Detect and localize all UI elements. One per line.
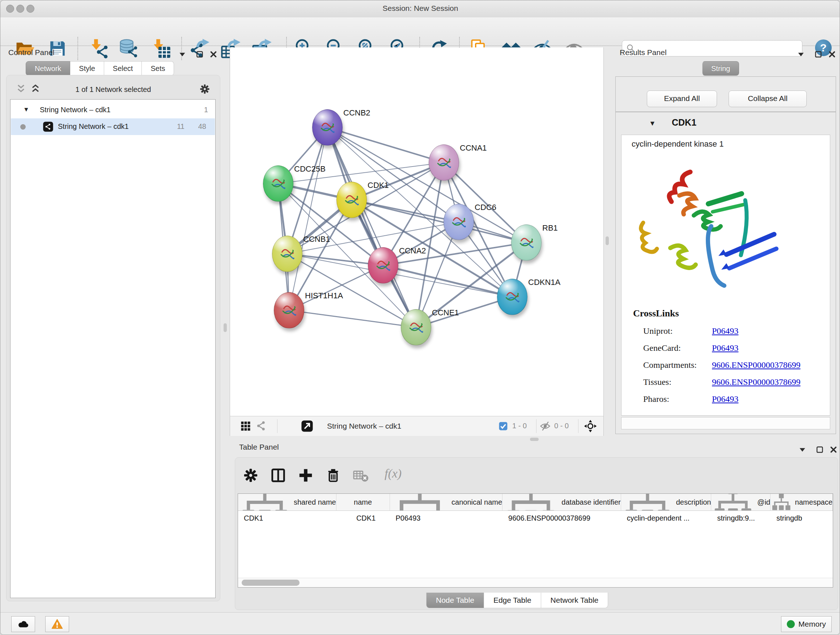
import-database-button[interactable] (118, 38, 139, 59)
expand-all-button[interactable]: Expand All (647, 90, 717, 107)
node-CDC6[interactable] (444, 204, 474, 240)
expand-all-networks-icon[interactable] (30, 83, 41, 95)
table-panel-collapse-icon[interactable] (798, 445, 807, 454)
right-splitter-handle[interactable] (606, 236, 609, 245)
delete-column-icon[interactable] (325, 467, 341, 484)
node-CCNA2[interactable] (368, 247, 398, 283)
cell-canonical-name[interactable]: P06493 (390, 511, 503, 527)
cell-namespace[interactable]: stringdb (771, 511, 833, 527)
import-network-button[interactable] (88, 38, 109, 59)
node-CDC25B[interactable] (263, 165, 294, 202)
results-panel-title: Results Panel (620, 48, 667, 57)
cell-name[interactable]: CDK1 (336, 511, 390, 527)
column-label: canonical name (452, 498, 502, 507)
network-tree: ▼ String Network – cdk1 1 String Network… (10, 99, 216, 598)
collection-label: String Network – cdk1 (40, 106, 111, 114)
show-columns-icon[interactable] (270, 467, 286, 484)
node-CCNB1[interactable] (272, 236, 302, 272)
crosslink-link[interactable]: P06493 (712, 394, 738, 404)
cell-description[interactable]: cyclin-dependent ... (621, 511, 712, 527)
gene-section: ▼ CDK1 cyclin-dependent kinase 1 CrossLi… (615, 112, 836, 434)
gene-section-expander-icon[interactable]: ▼ (649, 119, 656, 127)
column-label: name (354, 498, 372, 507)
node-CCNA1[interactable] (429, 144, 459, 181)
birdseye-view-icon[interactable] (584, 420, 597, 432)
table-row[interactable]: CDK1CDK1P064939606.ENSP00000378699cyclin… (238, 511, 833, 527)
control-panel-close-icon[interactable] (209, 50, 218, 59)
tab-style[interactable]: Style (70, 61, 104, 76)
scrollbar-thumb[interactable] (242, 580, 300, 586)
node-CCNB2[interactable] (312, 109, 343, 146)
results-panel-collapse-icon[interactable] (796, 50, 806, 59)
network-status-dot (20, 124, 26, 130)
column-header-description[interactable]: description (621, 494, 712, 510)
crosslink-link[interactable]: 9606.ENSP00000378699 (712, 377, 801, 386)
node-CDK1[interactable] (336, 182, 367, 218)
crosslink-link[interactable]: P06493 (712, 343, 738, 353)
node-CDKN1A[interactable] (497, 279, 527, 315)
column-header-database-identifier[interactable]: database identifier (502, 494, 621, 510)
cell--id[interactable]: stringdb:9... (711, 511, 771, 527)
network-collection-row[interactable]: ▼ String Network – cdk1 1 (11, 102, 215, 119)
column-header-shared-name[interactable]: shared name (238, 494, 336, 510)
table-horizontal-scrollbar[interactable] (238, 578, 833, 587)
results-scroll-area[interactable] (621, 417, 830, 429)
collapse-all-button[interactable]: Collapse All (729, 90, 807, 107)
table-panel-float-icon[interactable] (815, 445, 824, 454)
table-panel-close-icon[interactable] (829, 445, 838, 454)
column-header-canonical-name[interactable]: canonical name (390, 494, 503, 510)
results-panel-float-icon[interactable] (813, 50, 823, 59)
edge-CCNB2-CCNA1[interactable] (327, 127, 444, 163)
node-HIST1H1A[interactable] (274, 292, 304, 328)
tab-network-table[interactable]: Network Table (541, 593, 608, 608)
crosslink-link[interactable]: P06493 (712, 326, 738, 336)
node-label-CDKN1A: CDKN1A (528, 278, 561, 287)
column-header-namespace[interactable]: namespace (771, 494, 833, 510)
import-table-button[interactable] (151, 38, 171, 59)
table-panel-title: Table Panel (239, 443, 279, 451)
edge-CCNB2-HIST1H1A[interactable] (289, 127, 327, 310)
node-CCNE1[interactable] (401, 309, 431, 345)
network-share-icon[interactable] (256, 421, 267, 432)
tab-edge-table[interactable]: Edge Table (484, 593, 541, 608)
cell-shared-name[interactable]: CDK1 (238, 511, 336, 527)
column-header-name[interactable]: name (336, 494, 390, 510)
control-panel-collapse-icon[interactable] (178, 50, 187, 59)
memory-button[interactable]: Memory (781, 616, 832, 632)
column-header--id[interactable]: @id (711, 494, 771, 510)
selected-nodes-checkbox-icon[interactable] (499, 421, 508, 431)
control-panel-title: Control Panel (8, 48, 54, 57)
network-row[interactable]: String Network – cdk1 11 48 (11, 119, 215, 135)
edge-HIST1H1A-CCNE1[interactable] (289, 310, 416, 327)
main-toolbar: ? (0, 17, 840, 46)
results-panel-close-icon[interactable] (827, 50, 837, 59)
cell-database-identifier[interactable]: 9606.ENSP00000378699 (502, 511, 621, 527)
cloud-status-button[interactable] (11, 616, 35, 632)
edge-CDK1-RB1[interactable] (352, 200, 526, 242)
import-network-icon (88, 38, 109, 59)
crosslink-row: Compartments:9606.ENSP00000378699 (643, 360, 801, 375)
left-splitter-handle[interactable] (224, 323, 227, 332)
add-column-icon[interactable] (297, 467, 314, 484)
network-canvas[interactable]: CCNB2CCNA1CDC25BCDK1CDC6RB1CCNB1CCNA2CDK… (230, 48, 604, 416)
tab-select[interactable]: Select (104, 61, 142, 76)
node-RB1[interactable] (511, 225, 542, 261)
bottom-splitter-handle[interactable] (530, 438, 538, 441)
detach-view-icon[interactable] (301, 420, 313, 432)
node-table: shared namenamecanonical namedatabase id… (238, 494, 833, 587)
import-table-icon (151, 38, 171, 59)
table-settings-gear-icon[interactable] (242, 467, 259, 484)
crosslink-link[interactable]: 9606.ENSP00000378699 (712, 360, 801, 370)
network-options-gear-icon[interactable] (199, 83, 210, 95)
tab-node-table[interactable]: Node Table (426, 593, 484, 608)
control-panel-float-icon[interactable] (195, 50, 204, 59)
protein-structure-image (636, 157, 781, 302)
grid-view-icon[interactable] (240, 421, 251, 432)
tab-network[interactable]: Network (26, 61, 70, 76)
tree-expander-icon[interactable]: ▼ (23, 106, 29, 113)
warnings-button[interactable] (45, 616, 69, 632)
tab-string[interactable]: String (702, 61, 739, 76)
network-column-icon (711, 494, 754, 510)
collapse-all-networks-icon[interactable] (15, 83, 27, 95)
tab-sets[interactable]: Sets (142, 61, 174, 76)
